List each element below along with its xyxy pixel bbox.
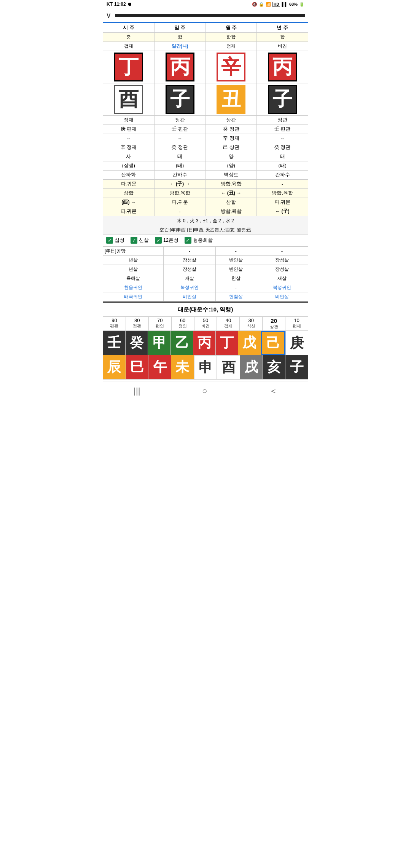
daeun-bottom-char-0[interactable]: 辰 — [103, 355, 126, 380]
shinsal-r2-1: 장성살 — [164, 265, 216, 274]
bottom-char-2[interactable]: 丑 — [206, 83, 257, 116]
daeun-bottom-char-4[interactable]: 申 — [194, 355, 217, 380]
char-box-bing1[interactable]: 丙 — [166, 53, 194, 81]
shinsal-r4-1[interactable]: 복성귀인 — [164, 283, 216, 292]
role-1[interactable]: 일간(나) — [154, 42, 206, 51]
shinsal-r5-2[interactable]: 현침살 — [216, 292, 256, 302]
highlight-row1: 파,귀문 ← (子) → 방합,육합 - — [103, 180, 308, 189]
shinsal-r4-3[interactable]: 복성귀인 — [256, 283, 308, 292]
daeun-col-1[interactable]: 80 정관 — [126, 317, 149, 331]
daeun-num-5: 40 — [217, 318, 239, 323]
bottom-char-1[interactable]: 子 — [154, 83, 206, 116]
daeun-col-4[interactable]: 50 비견 — [194, 317, 217, 331]
checkbox-12unsung[interactable]: ✓ 12운성 — [155, 237, 178, 244]
shinsal-r5-0[interactable]: 태극귀인 — [103, 292, 164, 302]
top-char-0[interactable]: 丁 — [103, 51, 155, 83]
shinsal-r4-0[interactable]: 천을귀인 — [103, 283, 164, 292]
check-icon-shinsal[interactable]: ✓ — [131, 237, 137, 244]
check-icon-sipsung[interactable]: ✓ — [106, 237, 113, 244]
daeun-bottom-char-7[interactable]: 亥 — [263, 355, 286, 380]
hl2-1: 방합,육합 — [154, 189, 206, 198]
daeun-top-char-7[interactable]: 己 — [261, 331, 285, 355]
nav-home-button[interactable]: ○ — [202, 386, 207, 396]
checkbox-hyungchung[interactable]: ✓ 형충회합 — [185, 237, 213, 244]
checkbox-label-hyungchung: 형충회합 — [193, 237, 213, 244]
bottom-char-0[interactable]: 酉 — [103, 83, 155, 116]
char-box-you[interactable]: 酉 — [114, 85, 143, 114]
shinsal-r3-3: 재살 — [256, 274, 308, 283]
bottom-chars-row: 酉 子 丑 子 — [103, 83, 308, 116]
ilgan-link[interactable]: 일간(나) — [172, 43, 188, 49]
char-box-zi1[interactable]: 子 — [166, 85, 194, 114]
daeun-col-8[interactable]: 10 편재 — [285, 317, 308, 331]
chung-2: 합합 — [206, 33, 257, 42]
check-icon-12unsung[interactable]: ✓ — [155, 237, 162, 244]
checkbox-sipsung[interactable]: ✓ 십성 — [106, 237, 124, 244]
info2-1: 壬 편관 — [154, 125, 206, 134]
daeun-top-char-4[interactable]: 丙 — [193, 331, 216, 355]
daeun-col-2[interactable]: 70 편인 — [149, 317, 172, 331]
shinsal-h0: [年日]공망 — [103, 247, 164, 256]
mute-icon: 🔇 — [252, 2, 257, 7]
daeun-bottom-char-2[interactable]: 午 — [148, 355, 171, 380]
char-box-chou[interactable]: 丑 — [217, 85, 245, 114]
daeun-bottom-char-8[interactable]: 子 — [285, 355, 308, 380]
info4-1: 癸 정관 — [154, 143, 206, 152]
main-table: 시 주 일 주 월 주 년 주 충 합 합합 합 겁재 일간(나) 정재 비견 … — [103, 23, 308, 235]
back-button[interactable]: ∨ — [106, 11, 112, 20]
top-char-3[interactable]: 丙 — [257, 51, 308, 83]
chung-1: 합 — [154, 33, 206, 42]
daeun-col-6[interactable]: 30 식신 — [240, 317, 263, 331]
daeun-bottom-char-1[interactable]: 巳 — [126, 355, 149, 380]
chung-row: 충 합 합합 합 — [103, 33, 308, 42]
daeun-role-4: 비견 — [194, 323, 217, 329]
daeun-num-7: 20 — [263, 318, 285, 324]
daeun-top-char-6[interactable]: 戊 — [238, 331, 261, 355]
char-box-ding[interactable]: 丁 — [114, 53, 143, 81]
shinsal-row3: 육해살 재살 천살 재살 — [103, 274, 308, 283]
col-header-0: 시 주 — [103, 23, 155, 33]
battery: 68% — [289, 2, 298, 6]
info1-2: 상관 — [206, 116, 257, 125]
daeun-col-7[interactable]: 20 상관 — [263, 317, 285, 331]
nav-back-button[interactable]: ＜ — [269, 385, 277, 397]
daeun-col-5[interactable]: 40 겁재 — [217, 317, 240, 331]
info2-0: 庚 편재 — [103, 125, 155, 134]
daeun-top-char-1[interactable]: 癸 — [126, 331, 148, 355]
shinsal-r5-1[interactable]: 비인살 — [164, 292, 216, 302]
char-box-bing2[interactable]: 丙 — [268, 53, 297, 81]
daeun-bottom-char-6[interactable]: 戌 — [240, 355, 263, 380]
char-box-xin[interactable]: 辛 — [217, 53, 245, 81]
check-icon-hyungchung[interactable]: ✓ — [185, 237, 191, 244]
bottom-char-3[interactable]: 子 — [257, 83, 308, 116]
status-left: KT 11:02 ⏺ — [107, 2, 132, 7]
top-char-1[interactable]: 丙 — [154, 51, 206, 83]
daeun-top-char-3[interactable]: 乙 — [171, 331, 193, 355]
hl4-2: 방합,육합 — [206, 207, 257, 216]
info3-0: -- — [103, 134, 155, 143]
shinsal-r3-1: 재살 — [164, 274, 216, 283]
daeun-bottom-char-3[interactable]: 未 — [171, 355, 194, 380]
info-row7: 산하화 간하수 벽상토 간하수 — [103, 171, 308, 180]
info3-2: 辛 정재 — [206, 134, 257, 143]
daeun-top-char-8[interactable]: 庚 — [285, 331, 308, 355]
daeun-col-0[interactable]: 90 편관 — [103, 317, 126, 331]
char-box-zi2[interactable]: 子 — [268, 85, 297, 114]
wifi-icon: 📶 — [266, 2, 271, 7]
daeun-top-char-0[interactable]: 壬 — [103, 331, 126, 355]
daeun-role-5: 겁재 — [217, 323, 239, 329]
hl1-2: 방합,육합 — [206, 180, 257, 189]
col-header-3: 년 주 — [257, 23, 308, 33]
info3-3: -- — [257, 134, 308, 143]
daeun-col-3[interactable]: 60 정인 — [172, 317, 194, 331]
daeun-top-char-2[interactable]: 甲 — [148, 331, 170, 355]
info-row3: -- -- 辛 정재 -- — [103, 134, 308, 143]
daeun-role-0: 편관 — [103, 323, 126, 329]
top-char-2[interactable]: 辛 — [206, 51, 257, 83]
shinsal-r5-3[interactable]: 비인살 — [256, 292, 308, 302]
daeun-bottom-char-5[interactable]: 酉 — [217, 355, 240, 380]
checkbox-shinsal[interactable]: ✓ 신살 — [131, 237, 149, 244]
nav-menu-button[interactable]: ||| — [134, 386, 140, 396]
checkbox-label-sipsung: 십성 — [115, 237, 124, 244]
daeun-top-char-5[interactable]: 丁 — [216, 331, 238, 355]
